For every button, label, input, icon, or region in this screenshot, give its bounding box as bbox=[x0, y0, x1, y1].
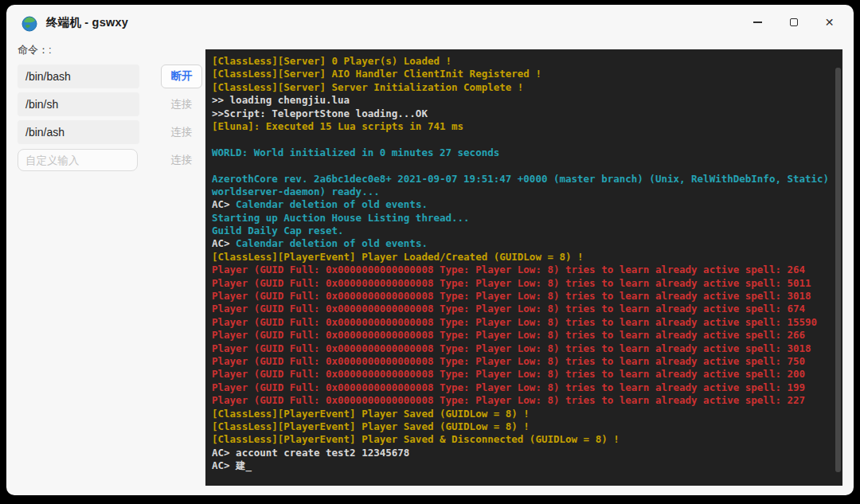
maximize-button[interactable] bbox=[776, 5, 811, 40]
command-value-ash: /bin/ash bbox=[18, 120, 139, 144]
terminal-line: [ClassLess][PlayerEvent] Player Saved (G… bbox=[212, 408, 842, 420]
disconnect-button[interactable]: 断开 bbox=[161, 64, 202, 88]
minimize-icon bbox=[753, 21, 762, 23]
terminal-line: AC> Calendar deletion of old events. bbox=[212, 237, 842, 250]
close-icon: ✕ bbox=[825, 17, 835, 28]
terminal-line: [ClassLess][PlayerEvent] Player Saved (G… bbox=[212, 420, 842, 433]
terminal-line: Starting up Auction House Listing thread… bbox=[212, 212, 842, 225]
command-value-sh: /bin/sh bbox=[18, 92, 139, 116]
terminal-line: [ClassLess][Server] AIO Handler ClientIn… bbox=[212, 68, 842, 80]
app-globe-icon bbox=[21, 14, 38, 32]
terminal-line: AzerothCore rev. 2a6bc1dec0e8+ 2021-09-0… bbox=[212, 173, 842, 186]
terminal-line: worldserver-daemon) ready... bbox=[212, 186, 842, 198]
terminal-line: Guild Daily Cap reset. bbox=[212, 225, 842, 237]
terminal-line: [ClassLess][Server] Server Initializatio… bbox=[212, 81, 842, 94]
terminal-line: >>Script: TeleportStone loading...OK bbox=[212, 107, 842, 120]
terminal-line: WORLD: World initialized in 0 minutes 27… bbox=[212, 147, 842, 159]
terminal-line: [ClassLess][PlayerEvent] Player Saved & … bbox=[212, 433, 842, 446]
maximize-icon bbox=[790, 18, 798, 26]
terminal-output[interactable]: [ClassLess][Server] 0 Player(s) Loaded !… bbox=[205, 49, 842, 486]
command-row-sh: /bin/sh 连接 bbox=[18, 92, 202, 116]
terminal-line: Player (GUID Full: 0x0000000000000008 Ty… bbox=[212, 264, 842, 276]
command-row-bash: /bin/bash 断开 bbox=[18, 64, 202, 88]
minimize-button[interactable] bbox=[740, 5, 776, 40]
terminal-line: [ClassLess][PlayerEvent] Player Loaded/C… bbox=[212, 251, 842, 264]
terminal-line: Player (GUID Full: 0x0000000000000008 Ty… bbox=[212, 355, 842, 368]
command-value-bash: /bin/bash bbox=[18, 64, 139, 88]
terminal-line: Player (GUID Full: 0x0000000000000008 Ty… bbox=[212, 329, 842, 342]
terminal-line: [ClassLess][Server] 0 Player(s) Loaded ! bbox=[212, 55, 842, 68]
terminal-line: Player (GUID Full: 0x0000000000000008 Ty… bbox=[212, 381, 842, 394]
terminal-line: Player (GUID Full: 0x0000000000000008 Ty… bbox=[212, 342, 842, 355]
close-button[interactable]: ✕ bbox=[811, 5, 847, 40]
terminal-line: Player (GUID Full: 0x0000000000000008 Ty… bbox=[212, 277, 842, 290]
terminal-line: AC> Calendar deletion of old events. bbox=[212, 198, 842, 211]
title-bar[interactable]: 终端机 - gswxy ✕ bbox=[6, 5, 854, 41]
terminal-line: AC> 建_ bbox=[212, 459, 842, 472]
terminal-line: AC> account create test2 12345678 bbox=[212, 447, 842, 459]
command-row-custom: 连接 bbox=[18, 148, 202, 172]
terminal-line: Player (GUID Full: 0x0000000000000008 Ty… bbox=[212, 316, 842, 329]
terminal-line: Player (GUID Full: 0x0000000000000008 Ty… bbox=[212, 290, 842, 303]
terminal-line: Player (GUID Full: 0x0000000000000008 Ty… bbox=[212, 303, 842, 315]
terminal-line: Player (GUID Full: 0x0000000000000008 Ty… bbox=[212, 394, 842, 407]
connect-button-sh[interactable]: 连接 bbox=[171, 97, 193, 111]
window-title: 终端机 - gswxy bbox=[46, 15, 128, 30]
connect-button-ash[interactable]: 连接 bbox=[171, 125, 193, 139]
commands-label: 命令：: bbox=[18, 43, 202, 57]
command-row-ash: /bin/ash 连接 bbox=[18, 120, 202, 144]
terminal-line: >> loading chengjiu.lua bbox=[212, 94, 842, 107]
terminal-scrollbar[interactable] bbox=[835, 68, 841, 472]
app-window: 终端机 - gswxy ✕ 命令：: /bin/bash 断开 /bin/sh … bbox=[6, 5, 854, 495]
terminal-line: Player (GUID Full: 0x0000000000000008 Ty… bbox=[212, 368, 842, 381]
terminal-line: [Eluna]: Executed 15 Lua scripts in 741 … bbox=[212, 120, 842, 133]
custom-command-input[interactable] bbox=[18, 149, 138, 171]
terminal-line bbox=[212, 133, 842, 146]
connect-button-custom[interactable]: 连接 bbox=[171, 153, 193, 167]
terminal-line bbox=[212, 159, 842, 172]
command-sidebar: 命令：: /bin/bash 断开 /bin/sh 连接 /bin/ash 连接… bbox=[18, 43, 202, 176]
